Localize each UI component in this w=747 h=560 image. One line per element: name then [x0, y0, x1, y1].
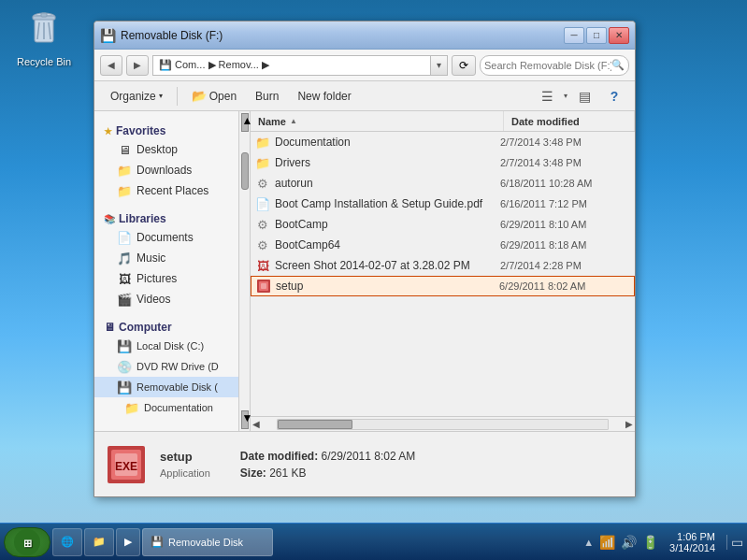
svg-rect-9 [261, 283, 266, 289]
preview-pane-button[interactable]: ▤ [571, 85, 597, 108]
organize-button[interactable]: Organize ▾ [102, 85, 171, 108]
window-controls: ─ □ ✕ [564, 27, 629, 44]
file-list-header: Name ▲ Date modified [251, 111, 635, 132]
open-button[interactable]: 📂 Open [183, 85, 245, 108]
nav-panel: ★ Favorites 🖥 Desktop 📁 Downloads 📁 Rece… [94, 111, 239, 431]
taskbar-item-ie[interactable]: 🌐 [52, 528, 82, 556]
recycle-bin-label: Recycle Bin [17, 56, 71, 67]
address-dropdown-button[interactable]: ▾ [431, 55, 448, 76]
explorer-icon: 📁 [93, 536, 106, 548]
file-list: 📁 Documentation 2/7/2014 3:48 PM 📁 Drive… [251, 132, 635, 416]
svg-text:⊞: ⊞ [23, 538, 32, 549]
hscroll-thumb[interactable] [278, 420, 352, 429]
hscroll-right-button[interactable]: ▶ [624, 419, 635, 429]
active-window-label: Removable Disk [168, 537, 243, 548]
desktop: Recycle Bin 💾 Removable Disk (F:) ─ □ ✕ … [0, 0, 747, 560]
taskbar-active-window[interactable]: 💾 Removable Disk [142, 528, 273, 556]
new-folder-button[interactable]: New folder [289, 85, 359, 108]
title-bar: 💾 Removable Disk (F:) ─ □ ✕ [94, 22, 635, 50]
forward-button[interactable]: ▶ [126, 55, 149, 76]
toolbar-separator-1 [177, 87, 178, 106]
horizontal-scrollbar[interactable]: ◀ ▶ [251, 416, 635, 431]
nav-item-documentation[interactable]: 📁 Documentation [94, 397, 238, 418]
pdf-icon-bootcamp: 📄 [254, 195, 271, 212]
removable-disk-icon: 💾 [117, 380, 132, 395]
local-disk-icon: 💾 [117, 338, 132, 353]
address-path[interactable]: 💾 Com... ▶ Remov... ▶ [152, 55, 431, 76]
file-row-autorun[interactable]: ⚙ autorun 6/18/2011 10:28 AM [251, 173, 635, 194]
recycle-bin[interactable]: Recycle Bin [14, 9, 74, 67]
nav-item-documents[interactable]: 📄 Documents [94, 227, 238, 248]
path-parts: Com... ▶ Remov... ▶ [175, 59, 269, 71]
start-button[interactable]: ⊞ [4, 527, 50, 557]
ie-icon: 🌐 [61, 536, 74, 548]
exe-icon-setup [255, 278, 272, 294]
sys-icon-bootcamp: ⚙ [254, 216, 271, 233]
videos-icon: 🎬 [117, 292, 132, 307]
show-hidden-icons-button[interactable]: ▲ [583, 537, 594, 548]
nav-section-favorites: ★ Favorites [94, 119, 238, 139]
file-row-setup[interactable]: setup 6/29/2011 8:02 AM [251, 276, 635, 296]
nav-item-videos[interactable]: 🎬 Videos [94, 289, 238, 309]
nav-item-desktop[interactable]: 🖥 Desktop [94, 139, 238, 160]
network-icon[interactable]: 📶 [599, 535, 615, 550]
hscroll-left-button[interactable]: ◀ [251, 419, 262, 429]
main-content: ★ Favorites 🖥 Desktop 📁 Downloads 📁 Rece… [94, 111, 635, 431]
file-row-bootcamp-pdf[interactable]: 📄 Boot Camp Installation & Setup Guide.p… [251, 194, 635, 214]
nav-item-removable-disk[interactable]: 💾 Removable Disk ( [94, 377, 238, 397]
file-row-bootcamp[interactable]: ⚙ BootCamp 6/29/2011 8:10 AM [251, 214, 635, 235]
status-file-name: setup [160, 450, 210, 464]
dvd-drive-icon: 💿 [117, 359, 132, 374]
scroll-down-arrow[interactable]: ▼ [241, 410, 249, 429]
system-clock[interactable]: 1:06 PM 3/14/2014 [664, 531, 721, 553]
burn-button[interactable]: Burn [247, 85, 287, 108]
clock-date: 3/14/2014 [669, 542, 715, 553]
taskbar-item-media[interactable]: ▶ [116, 528, 140, 556]
address-bar: ◀ ▶ 💾 Com... ▶ Remov... ▶ ▾ ⟳ 🔍 [94, 50, 635, 81]
music-icon: 🎵 [117, 251, 132, 266]
img-icon-screenshot: 🖼 [254, 257, 271, 274]
view-toggle-button[interactable]: ☰ [534, 85, 560, 108]
window-icon: 💾 [100, 28, 115, 43]
volume-icon[interactable]: 🔊 [621, 535, 637, 550]
file-row-documentation[interactable]: 📁 Documentation 2/7/2014 3:48 PM [251, 132, 635, 152]
nav-section-libraries: 📚 Libraries [94, 207, 238, 227]
system-tray: ▲ 📶 🔊 🔋 1:06 PM 3/14/2014 ▭ [583, 524, 743, 560]
taskbar-item-explorer[interactable]: 📁 [84, 528, 114, 556]
search-input[interactable] [484, 60, 611, 71]
status-size-line: Size: 261 KB [240, 467, 415, 480]
show-desktop-button[interactable]: ▭ [726, 535, 743, 550]
scroll-thumb[interactable] [241, 152, 249, 190]
recycle-bin-icon [25, 9, 63, 54]
nav-item-music[interactable]: 🎵 Music [94, 248, 238, 268]
file-row-bootcamp64[interactable]: ⚙ BootCamp64 6/29/2011 8:18 AM [251, 235, 635, 255]
battery-icon[interactable]: 🔋 [642, 535, 658, 550]
back-button[interactable]: ◀ [100, 55, 122, 76]
nav-item-downloads[interactable]: 📁 Downloads [94, 160, 238, 180]
search-icon: 🔍 [611, 59, 625, 71]
help-button[interactable]: ? [601, 85, 627, 108]
status-details: Date modified: 6/29/2011 8:02 AM Size: 2… [240, 450, 415, 480]
refresh-button[interactable]: ⟳ [452, 55, 476, 76]
svg-text:EXE: EXE [115, 460, 137, 473]
left-panel-scrollbar[interactable]: ▲ ▼ [239, 111, 251, 431]
favorites-expand-icon: ★ [104, 126, 112, 136]
col-header-date[interactable]: Date modified [504, 111, 635, 131]
minimize-button[interactable]: ─ [564, 27, 584, 44]
close-button[interactable]: ✕ [609, 27, 629, 44]
file-list-panel: Name ▲ Date modified 📁 Documentation 2/7… [251, 111, 635, 431]
toolbar-right: ☰ ▾ ▤ ? [534, 85, 627, 108]
scroll-up-arrow[interactable]: ▲ [241, 113, 249, 132]
file-row-drivers[interactable]: 📁 Drivers 2/7/2014 3:48 PM [251, 152, 635, 173]
maximize-button[interactable]: □ [586, 27, 607, 44]
nav-item-pictures[interactable]: 🖼 Pictures [94, 268, 238, 289]
col-header-name[interactable]: Name ▲ [251, 111, 504, 131]
clock-time: 1:06 PM [677, 531, 715, 542]
nav-item-dvd-drive[interactable]: 💿 DVD RW Drive (D [94, 356, 238, 377]
file-row-screenshot[interactable]: 🖼 Screen Shot 2014-02-07 at 3.28.02 PM 2… [251, 255, 635, 276]
hscroll-track[interactable] [277, 419, 609, 430]
recent-places-icon: 📁 [117, 183, 132, 198]
nav-item-recent-places[interactable]: 📁 Recent Places [94, 180, 238, 201]
nav-item-local-disk[interactable]: 💾 Local Disk (C:) [94, 336, 238, 356]
nav-section-computer: 🖥 Computer [94, 315, 238, 336]
